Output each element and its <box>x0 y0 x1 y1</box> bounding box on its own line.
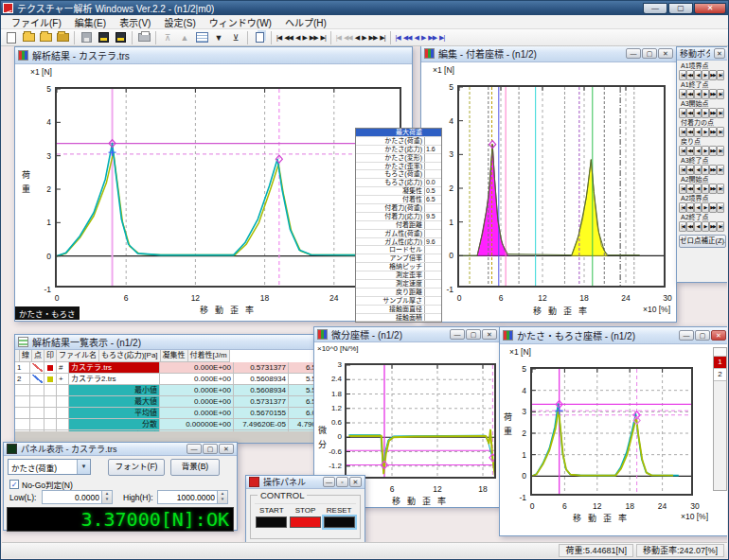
low-spinner[interactable]: ▲▼ <box>102 490 113 504</box>
kekka-plot[interactable] <box>55 87 401 288</box>
nav-step-button[interactable]: ◀ <box>694 146 702 156</box>
bibun-plot[interactable] <box>345 363 496 479</box>
nav-step-button[interactable]: ◀ <box>694 127 702 137</box>
move-top-icon[interactable]: ⊼ <box>160 31 175 44</box>
parameter-list-item[interactable]: かたさ(歪率) <box>356 163 441 171</box>
nav-step-button[interactable]: ◀ <box>694 70 702 80</box>
control-button[interactable] <box>256 516 287 528</box>
nav-step-button[interactable]: ◀◀ <box>686 108 694 118</box>
close-button[interactable]: ✕ <box>482 329 497 340</box>
parameter-list-item[interactable]: 最大荷重 <box>356 129 441 137</box>
open-folder2-icon[interactable] <box>38 31 53 44</box>
app-titlebar[interactable]: テクスチャー解析 Windows Ver.2.2 - (n1/2|m0) — ▢… <box>1 1 728 15</box>
move-bottom-icon[interactable]: ⊻ <box>228 31 243 44</box>
maximize-button[interactable]: ▫ <box>336 477 348 487</box>
close-button[interactable]: ✕ <box>694 3 726 14</box>
close-button[interactable]: ✕ <box>658 48 673 59</box>
nav-step-button[interactable]: ◀ <box>694 89 702 99</box>
nav-step-button[interactable]: ▶ <box>702 202 709 213</box>
nav-step-button[interactable]: ◀◀ <box>686 70 694 80</box>
parameter-list-item[interactable]: 格納ピッチ <box>356 263 441 271</box>
window-titlebar[interactable]: 微分座標 - (n1/2) — ▢ ✕ <box>314 327 500 342</box>
nav-step-button[interactable]: ▶ <box>361 34 366 42</box>
nav-step-button[interactable]: ◀ <box>694 108 702 118</box>
nav-step-button[interactable]: ▶ <box>702 127 709 137</box>
nav-step-button[interactable]: ◀ <box>294 34 300 42</box>
nav-step-button[interactable]: ▶▶ <box>709 202 717 213</box>
nav-step-button[interactable]: |◀ <box>679 184 686 194</box>
nav-step-button[interactable]: ▶| <box>717 221 724 232</box>
nav-step-button[interactable]: ▶| <box>717 146 724 156</box>
nav-step-button[interactable]: ◀ <box>354 34 360 42</box>
nav-step-button[interactable]: ▶| <box>717 127 724 137</box>
nav-step-button[interactable]: ◀ <box>413 34 418 42</box>
close-button[interactable]: ✕ <box>714 48 725 59</box>
nav-step-button[interactable]: ▶ <box>702 108 709 118</box>
parameter-list-item[interactable]: かたさ(荷重) <box>356 137 441 146</box>
nav-step-button[interactable]: ▶ <box>702 184 709 194</box>
minimize-button[interactable]: — <box>450 329 465 340</box>
nav-step-button[interactable]: ▶ <box>702 146 709 156</box>
nav-step-button[interactable]: |◀ <box>679 89 686 99</box>
minimize-button[interactable]: — <box>187 444 202 454</box>
nav-step-button[interactable]: ◀◀ <box>343 34 353 42</box>
close-button[interactable]: ✕ <box>219 444 234 454</box>
nav-step-button[interactable]: |◀ <box>679 146 686 156</box>
nav-step-button[interactable]: ▶ <box>420 34 426 42</box>
open-folder-icon[interactable] <box>21 31 36 44</box>
nav-step-button[interactable]: ▶▶ <box>709 89 717 99</box>
parameter-list-item[interactable]: ロードセル <box>356 246 441 254</box>
high-spinner[interactable]: ▲▼ <box>218 490 228 504</box>
nav-step-button[interactable]: ▶▶ <box>368 34 379 42</box>
parameter-list-item[interactable]: サンプル厚さ <box>356 297 441 306</box>
low-input[interactable] <box>42 490 102 504</box>
nav-step-button[interactable]: ◀◀ <box>686 184 694 194</box>
close-button[interactable]: ✕ <box>349 477 362 487</box>
window-titlebar[interactable]: パネル表示 - カステラ.trs — ▢ ✕ <box>4 443 237 456</box>
nav-step-button[interactable]: |◀ <box>679 127 686 137</box>
chart-file-icon[interactable] <box>96 31 111 44</box>
parameter-list-item[interactable]: 凝集性0.5 <box>356 187 441 196</box>
parameter-list-item[interactable]: ガム性(荷重) <box>356 230 441 238</box>
nav-step-button[interactable]: ▶▶ <box>709 146 717 156</box>
nav-step-button[interactable]: ▶| <box>717 108 724 118</box>
nav-step-button[interactable]: |◀ <box>679 165 686 175</box>
maximize-button[interactable]: ▢ <box>695 330 710 341</box>
nav-step-button[interactable]: ▶| <box>717 165 724 175</box>
nav-step-button[interactable]: ▶| <box>717 70 724 80</box>
parameter-list-item[interactable]: 接触面積 <box>356 314 441 323</box>
nav-step-button[interactable]: ▶ <box>702 89 709 99</box>
nav-step-button[interactable]: |◀ <box>679 108 686 118</box>
menu-item[interactable]: 設定(S) <box>157 15 202 29</box>
nav-step-button[interactable]: ▶ <box>702 221 709 232</box>
parameter-list-item[interactable]: 測定歪率 <box>356 271 441 280</box>
parameter-list-item[interactable]: かたさ(変形) <box>356 154 441 163</box>
window-titlebar[interactable]: 操作パネル — ▫ ✕ <box>246 476 364 489</box>
nav-step-button[interactable]: ▶▶ <box>709 221 717 232</box>
nav-step-button[interactable]: ▶▶ <box>709 108 717 118</box>
parameter-list-item[interactable]: 接触面直径 <box>356 306 441 314</box>
control-button[interactable] <box>290 516 321 528</box>
move-down-icon[interactable]: ▼ <box>211 31 226 44</box>
background-button[interactable]: 背景(B) <box>170 459 220 476</box>
nav-step-button[interactable]: ▶| <box>717 184 724 194</box>
nav-step-button[interactable]: ◀ <box>694 202 702 213</box>
nav-step-button[interactable]: ▶▶ <box>709 70 717 80</box>
nav-step-button[interactable]: ▶| <box>717 89 724 99</box>
katasa-plot[interactable] <box>530 367 693 496</box>
window-titlebar[interactable]: 解析結果 - カステラ.trs <box>15 47 412 64</box>
window-titlebar[interactable]: 解析結果一覧表示 - (n1/2) <box>15 335 318 350</box>
table-icon[interactable] <box>194 31 209 44</box>
parameter-list-item[interactable]: 測定速度 <box>356 280 441 289</box>
nav-step-button[interactable]: ▶ <box>702 70 709 80</box>
parameter-list-item[interactable]: ガム性(応力)9.6 <box>356 238 441 247</box>
print-icon[interactable] <box>136 31 151 44</box>
nav-step-button[interactable]: ◀ <box>694 184 702 194</box>
menu-item[interactable]: 編集(E) <box>68 15 113 29</box>
legend-item[interactable]: 2 <box>714 369 726 381</box>
menu-item[interactable]: ウィンドウ(W) <box>203 15 278 29</box>
nav-step-button[interactable]: |◀ <box>679 221 686 232</box>
parameter-list-item[interactable]: 付着力(荷重) <box>356 204 441 213</box>
control-button[interactable] <box>324 516 355 528</box>
parameter-list-item[interactable]: もろさ(荷重) <box>356 170 441 179</box>
